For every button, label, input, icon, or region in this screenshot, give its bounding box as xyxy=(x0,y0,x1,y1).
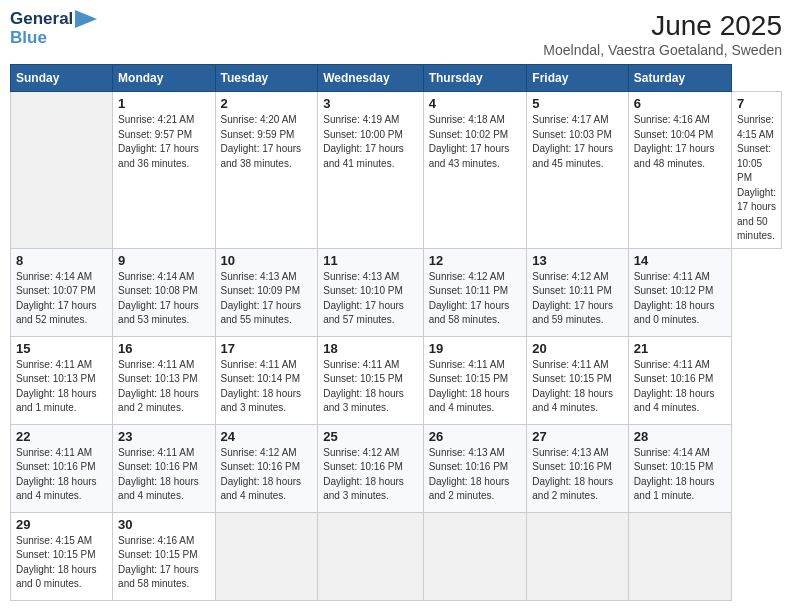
logo-text-blue: Blue xyxy=(10,29,97,48)
day-number: 2 xyxy=(221,96,313,111)
day-cell-2: 2Sunrise: 4:20 AM Sunset: 9:59 PM Daylig… xyxy=(215,92,318,249)
title-area: June 2025 Moelndal, Vaestra Goetaland, S… xyxy=(543,10,782,58)
header-sunday: Sunday xyxy=(11,65,113,92)
calendar-header-row: SundayMondayTuesdayWednesdayThursdayFrid… xyxy=(11,65,782,92)
day-info: Sunrise: 4:12 AM Sunset: 10:16 PM Daylig… xyxy=(323,446,417,504)
calendar-week-2: 8Sunrise: 4:14 AM Sunset: 10:07 PM Dayli… xyxy=(11,248,782,336)
day-info: Sunrise: 4:12 AM Sunset: 10:16 PM Daylig… xyxy=(221,446,313,504)
day-cell-4: 4Sunrise: 4:18 AM Sunset: 10:02 PM Dayli… xyxy=(423,92,527,249)
day-number: 21 xyxy=(634,341,726,356)
day-cell-28: 28Sunrise: 4:14 AM Sunset: 10:15 PM Dayl… xyxy=(628,424,731,512)
header-friday: Friday xyxy=(527,65,628,92)
day-info: Sunrise: 4:13 AM Sunset: 10:10 PM Daylig… xyxy=(323,270,417,328)
header-tuesday: Tuesday xyxy=(215,65,318,92)
day-cell-8: 8Sunrise: 4:14 AM Sunset: 10:07 PM Dayli… xyxy=(11,248,113,336)
calendar-week-3: 15Sunrise: 4:11 AM Sunset: 10:13 PM Dayl… xyxy=(11,336,782,424)
day-number: 7 xyxy=(737,96,776,111)
day-cell-22: 22Sunrise: 4:11 AM Sunset: 10:16 PM Dayl… xyxy=(11,424,113,512)
main-title: June 2025 xyxy=(543,10,782,42)
day-info: Sunrise: 4:11 AM Sunset: 10:13 PM Daylig… xyxy=(16,358,107,416)
day-info: Sunrise: 4:16 AM Sunset: 10:15 PM Daylig… xyxy=(118,534,209,592)
day-cell-19: 19Sunrise: 4:11 AM Sunset: 10:15 PM Dayl… xyxy=(423,336,527,424)
header-wednesday: Wednesday xyxy=(318,65,423,92)
day-cell-17: 17Sunrise: 4:11 AM Sunset: 10:14 PM Dayl… xyxy=(215,336,318,424)
day-number: 3 xyxy=(323,96,417,111)
calendar-week-5: 29Sunrise: 4:15 AM Sunset: 10:15 PM Dayl… xyxy=(11,512,782,600)
day-cell-11: 11Sunrise: 4:13 AM Sunset: 10:10 PM Dayl… xyxy=(318,248,423,336)
day-cell-14: 14Sunrise: 4:11 AM Sunset: 10:12 PM Dayl… xyxy=(628,248,731,336)
day-info: Sunrise: 4:15 AM Sunset: 10:15 PM Daylig… xyxy=(16,534,107,592)
subtitle: Moelndal, Vaestra Goetaland, Sweden xyxy=(543,42,782,58)
day-cell-27: 27Sunrise: 4:13 AM Sunset: 10:16 PM Dayl… xyxy=(527,424,628,512)
day-number: 6 xyxy=(634,96,726,111)
day-number: 26 xyxy=(429,429,522,444)
logo-arrow-icon xyxy=(75,10,97,28)
day-cell-10: 10Sunrise: 4:13 AM Sunset: 10:09 PM Dayl… xyxy=(215,248,318,336)
day-number: 29 xyxy=(16,517,107,532)
empty-cell xyxy=(318,512,423,600)
empty-cell xyxy=(423,512,527,600)
day-cell-29: 29Sunrise: 4:15 AM Sunset: 10:15 PM Dayl… xyxy=(11,512,113,600)
day-cell-7: 7Sunrise: 4:15 AM Sunset: 10:05 PM Dayli… xyxy=(732,92,782,249)
day-info: Sunrise: 4:12 AM Sunset: 10:11 PM Daylig… xyxy=(532,270,622,328)
day-info: Sunrise: 4:11 AM Sunset: 10:15 PM Daylig… xyxy=(532,358,622,416)
day-cell-6: 6Sunrise: 4:16 AM Sunset: 10:04 PM Dayli… xyxy=(628,92,731,249)
logo: General Blue xyxy=(10,10,97,47)
day-number: 25 xyxy=(323,429,417,444)
day-number: 12 xyxy=(429,253,522,268)
day-number: 19 xyxy=(429,341,522,356)
day-info: Sunrise: 4:13 AM Sunset: 10:16 PM Daylig… xyxy=(532,446,622,504)
day-info: Sunrise: 4:16 AM Sunset: 10:04 PM Daylig… xyxy=(634,113,726,171)
day-info: Sunrise: 4:11 AM Sunset: 10:13 PM Daylig… xyxy=(118,358,209,416)
day-number: 14 xyxy=(634,253,726,268)
day-number: 16 xyxy=(118,341,209,356)
day-info: Sunrise: 4:11 AM Sunset: 10:16 PM Daylig… xyxy=(634,358,726,416)
day-number: 15 xyxy=(16,341,107,356)
day-number: 8 xyxy=(16,253,107,268)
day-number: 11 xyxy=(323,253,417,268)
day-info: Sunrise: 4:13 AM Sunset: 10:09 PM Daylig… xyxy=(221,270,313,328)
day-number: 18 xyxy=(323,341,417,356)
day-number: 10 xyxy=(221,253,313,268)
day-info: Sunrise: 4:21 AM Sunset: 9:57 PM Dayligh… xyxy=(118,113,209,171)
empty-cell xyxy=(628,512,731,600)
day-number: 9 xyxy=(118,253,209,268)
day-info: Sunrise: 4:19 AM Sunset: 10:00 PM Daylig… xyxy=(323,113,417,171)
day-info: Sunrise: 4:11 AM Sunset: 10:15 PM Daylig… xyxy=(429,358,522,416)
day-info: Sunrise: 4:18 AM Sunset: 10:02 PM Daylig… xyxy=(429,113,522,171)
header-thursday: Thursday xyxy=(423,65,527,92)
day-info: Sunrise: 4:12 AM Sunset: 10:11 PM Daylig… xyxy=(429,270,522,328)
day-number: 24 xyxy=(221,429,313,444)
day-number: 23 xyxy=(118,429,209,444)
day-info: Sunrise: 4:11 AM Sunset: 10:14 PM Daylig… xyxy=(221,358,313,416)
logo-container: General Blue xyxy=(10,10,97,47)
day-cell-20: 20Sunrise: 4:11 AM Sunset: 10:15 PM Dayl… xyxy=(527,336,628,424)
day-cell-25: 25Sunrise: 4:12 AM Sunset: 10:16 PM Dayl… xyxy=(318,424,423,512)
day-cell-23: 23Sunrise: 4:11 AM Sunset: 10:16 PM Dayl… xyxy=(113,424,215,512)
page-header: General Blue June 2025 Moelndal, Vaestra… xyxy=(10,10,782,58)
day-cell-1: 1Sunrise: 4:21 AM Sunset: 9:57 PM Daylig… xyxy=(113,92,215,249)
day-cell-9: 9Sunrise: 4:14 AM Sunset: 10:08 PM Dayli… xyxy=(113,248,215,336)
day-cell-5: 5Sunrise: 4:17 AM Sunset: 10:03 PM Dayli… xyxy=(527,92,628,249)
day-cell-16: 16Sunrise: 4:11 AM Sunset: 10:13 PM Dayl… xyxy=(113,336,215,424)
day-info: Sunrise: 4:14 AM Sunset: 10:08 PM Daylig… xyxy=(118,270,209,328)
header-monday: Monday xyxy=(113,65,215,92)
day-number: 28 xyxy=(634,429,726,444)
day-cell-18: 18Sunrise: 4:11 AM Sunset: 10:15 PM Dayl… xyxy=(318,336,423,424)
logo-text-general: General xyxy=(10,10,73,29)
day-cell-13: 13Sunrise: 4:12 AM Sunset: 10:11 PM Dayl… xyxy=(527,248,628,336)
day-number: 4 xyxy=(429,96,522,111)
day-info: Sunrise: 4:20 AM Sunset: 9:59 PM Dayligh… xyxy=(221,113,313,171)
day-info: Sunrise: 4:15 AM Sunset: 10:05 PM Daylig… xyxy=(737,113,776,244)
day-number: 27 xyxy=(532,429,622,444)
day-cell-3: 3Sunrise: 4:19 AM Sunset: 10:00 PM Dayli… xyxy=(318,92,423,249)
svg-marker-0 xyxy=(75,10,97,28)
header-saturday: Saturday xyxy=(628,65,731,92)
day-info: Sunrise: 4:11 AM Sunset: 10:16 PM Daylig… xyxy=(118,446,209,504)
calendar-table: SundayMondayTuesdayWednesdayThursdayFrid… xyxy=(10,64,782,601)
empty-cell xyxy=(527,512,628,600)
empty-cell xyxy=(11,92,113,249)
day-cell-26: 26Sunrise: 4:13 AM Sunset: 10:16 PM Dayl… xyxy=(423,424,527,512)
day-cell-21: 21Sunrise: 4:11 AM Sunset: 10:16 PM Dayl… xyxy=(628,336,731,424)
calendar-week-1: 1Sunrise: 4:21 AM Sunset: 9:57 PM Daylig… xyxy=(11,92,782,249)
